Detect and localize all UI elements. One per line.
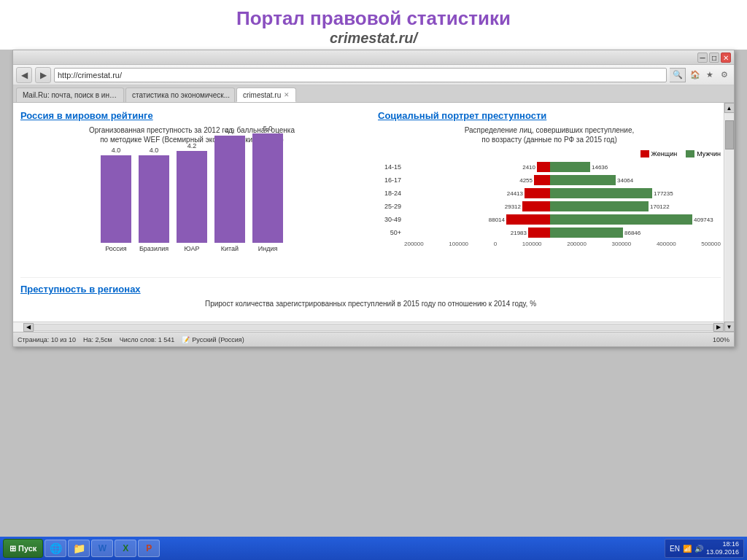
hbar-male-value: 86846 [623,230,640,236]
toolbar-icons: 🏠 ★ ⚙ [689,69,731,82]
hbar-left-side: 2410 [404,162,550,172]
hbar-age-label: 30-49 [378,216,401,223]
status-page: Страница: 10 из 10 [18,336,76,343]
legend-male: Мужчин [686,150,721,158]
back-button[interactable]: ◀ [16,67,32,83]
right-column: Социальный портрет преступности Распреде… [378,110,721,267]
hbar-row: 25-2929312170122 [378,201,721,211]
scroll-right-button[interactable]: ▶ [713,323,724,332]
right-subtitle-line1: Распределение лиц, совершивших преступле… [465,126,635,134]
page-title-sub: crimestat.ru/ [0,30,747,47]
hbar-center: 29312170122 [404,201,649,211]
bar-label: ЮАР [185,245,200,252]
taskbar-folder-button[interactable]: 📁 [68,540,90,557]
hbar-female-value: 24413 [507,190,525,197]
social-portrait-title[interactable]: Социальный портрет преступности [378,110,721,121]
tab-0[interactable]: Mail.Ru: почта, поиск в интер... [16,88,124,102]
bar-value: 4.2 [187,142,197,149]
forward-button[interactable]: ▶ [35,67,51,83]
status-position-text: На: 2,5см [83,336,112,343]
hbar-male-bar: 86846 [550,228,623,238]
hbar-left-side: 21983 [404,228,550,238]
status-words-text: Число слов: 1 541 [120,336,175,343]
hbar-left-side: 4255 [404,175,550,185]
hbar-center: 2198386846 [404,228,623,238]
taskbar: ⊞ Пуск 🌐 📁 W X P EN 📶 🔊 18:16 13.09.2016 [0,537,747,560]
tab-1-label: статистика по экономическ... [132,91,230,99]
scrollbar-right[interactable]: ▲ ▼ [724,103,734,332]
taskbar-ie-button[interactable]: 🌐 [44,540,66,557]
regions-crime-title[interactable]: Преступность в регионах [20,284,721,295]
bar-item: 5.0Индия [252,125,283,252]
close-button[interactable]: ✕ [721,52,731,63]
home-icon[interactable]: 🏠 [689,69,702,82]
tab-2-label: crimestat.ru [243,91,281,99]
bar-label: Индия [258,245,278,252]
hbar-male-value: 14636 [590,164,608,171]
hbar-right-side: 86846 [550,228,623,238]
hbar-female-bar: 2410 [537,162,550,172]
tab-1[interactable]: статистика по экономическ... [125,88,235,102]
minimize-button[interactable]: ─ [697,52,708,63]
taskbar-word-button[interactable]: W [91,540,113,557]
hbar-age-label: 18-24 [378,190,401,197]
bar-item: 4.2ЮАР [177,142,207,252]
status-lang-icon: 📝 Русский (Россия) [182,336,244,343]
hbar-row: 30-4988014409743 [378,214,721,225]
bar-value: 4.0 [150,147,159,154]
page-content: ▲ ▼ Россия в мировом рейтинге Организова… [13,103,734,332]
hbar-left-side: 88014 [404,214,550,225]
taskbar-excel-button[interactable]: X [115,540,136,557]
address-bar[interactable]: http://crimestat.ru/ [54,68,667,82]
inner-content: Россия в мировом рейтинге Организованная… [13,103,734,322]
start-label: Пуск [18,544,36,553]
scroll-up-button[interactable]: ▲ [724,103,735,113]
spell-icon: 📝 [182,336,190,343]
right-chart-subtitle: Распределение лиц, совершивших преступле… [378,125,721,144]
horizontal-bar-chart: 14-1524101463616-1742553406418-242441317… [378,162,721,238]
tab-0-label: Mail.Ru: почта, поиск в интер... [23,91,117,99]
bar-label: Бразилия [139,245,169,252]
scroll-thumb[interactable] [725,120,734,149]
tray-locale: EN [670,545,680,553]
hbar-male-value: 409743 [692,217,713,223]
scroll-left-button[interactable]: ◀ [23,323,34,332]
start-button[interactable]: ⊞ Пуск [3,539,43,558]
scroll-down-button[interactable]: ▼ [724,322,735,332]
hscroll-track[interactable] [34,324,713,331]
chart-legend: Женщин Мужчин [378,150,721,158]
bar-rect [252,133,283,243]
bar-label: Китай [221,245,239,252]
hbar-left-side: 24413 [404,188,550,198]
browser-titlebar: ─ □ ✕ [13,50,734,65]
excel-icon: X [118,541,133,556]
status-words: Число слов: 1 541 [120,336,175,343]
hbar-row: 50+2198386846 [378,228,721,238]
legend-female-box [640,150,649,158]
maximize-button[interactable]: □ [709,52,719,63]
taskbar-ppt-button[interactable]: P [138,540,160,557]
hbar-center: 241014636 [404,162,590,172]
hbar-age-label: 25-29 [378,203,401,210]
bar-item: 4.0Россия [101,147,131,252]
hbar-female-value: 2410 [522,164,537,171]
bar-item: 4.9Китай [214,127,245,252]
two-columns-layout: Россия в мировом рейтинге Организованная… [20,110,721,267]
hbar-age-label: 50+ [378,229,401,236]
status-bar: Страница: 10 из 10 На: 2,5см Число слов:… [13,332,734,346]
russia-ranking-title[interactable]: Россия в мировом рейтинге [20,110,363,121]
hbar-right-side: 409743 [550,214,692,225]
tray-network: 📶 [683,545,692,553]
search-button[interactable]: 🔍 [670,68,686,82]
legend-female: Женщин [640,150,678,158]
zoom-level: 100% [713,336,729,343]
status-language: Русский (Россия) [192,336,244,343]
tools-icon[interactable]: ⚙ [718,69,731,82]
right-subtitle-line2: по возрасту (данные по РФ за 2015 год) [481,136,616,144]
tab-2[interactable]: crimestat.ru ✕ [236,88,296,102]
star-icon[interactable]: ★ [703,69,716,82]
hbar-male-value: 170122 [649,203,670,210]
tab-2-close[interactable]: ✕ [284,91,290,98]
system-tray: EN 📶 🔊 18:16 13.09.2016 [665,539,744,558]
url-text: http://crimestat.ru/ [58,71,122,79]
